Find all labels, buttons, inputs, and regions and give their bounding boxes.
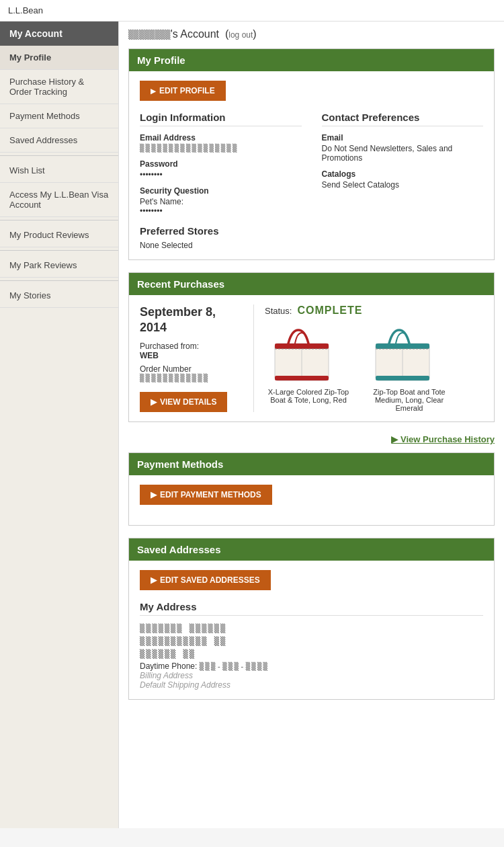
preferred-stores-title: Preferred Stores bbox=[140, 225, 302, 237]
profile-contact-col: Contact Preferences Email Do Not Send Ne… bbox=[322, 112, 484, 250]
product-name-1: X-Large Colored Zip-Top Boat & Tote, Lon… bbox=[265, 388, 352, 404]
saved-addresses-body: ▶ EDIT SAVED ADDRESSES My Address ▒▒▒▒▒▒… bbox=[129, 561, 494, 699]
brand-logo: L.L.Bean bbox=[8, 5, 43, 15]
profile-login-col: Login Information Email Address ▒▒▒▒▒▒▒▒… bbox=[140, 112, 302, 250]
preferred-stores: Preferred Stores None Selected bbox=[140, 225, 302, 250]
view-purchase-history-link[interactable]: ▶ View Purchase History bbox=[391, 434, 495, 444]
account-title: 's Account bbox=[171, 28, 219, 40]
security-question-value: Pet's Name: bbox=[140, 197, 302, 206]
phone-label: Daytime Phone: bbox=[140, 661, 197, 671]
sidebar-item-payment-methods[interactable]: Payment Methods bbox=[0, 104, 118, 128]
sidebar-item-park-reviews[interactable]: My Park Reviews bbox=[0, 253, 118, 278]
site-header: L.L.Bean bbox=[0, 0, 504, 22]
order-number-value: ▒▒▒▒▒▒▒▒▒▒▒▒ bbox=[140, 374, 243, 382]
login-info-title: Login Information bbox=[140, 112, 302, 126]
preferred-stores-value: None Selected bbox=[140, 241, 302, 250]
shipping-note: Default Shipping Address bbox=[140, 680, 483, 690]
email-label: Email Address bbox=[140, 133, 302, 143]
purchase-row: September 8, 2014 Purchased from: WEB Or… bbox=[140, 305, 483, 412]
address-phone: Daytime Phone: ▒▒▒-▒▒▒-▒▒▒▒ bbox=[140, 661, 483, 671]
payment-methods-header: Payment Methods bbox=[129, 453, 494, 475]
sidebar-item-saved-addresses[interactable]: Saved Addresses bbox=[0, 128, 118, 153]
product-image-teal-tote bbox=[366, 323, 439, 384]
security-answer-value: •••••••• bbox=[140, 206, 302, 216]
recent-purchases-body: September 8, 2014 Purchased from: WEB Or… bbox=[129, 295, 494, 421]
logout-link[interactable]: log out bbox=[228, 30, 253, 40]
password-value: •••••••• bbox=[140, 170, 302, 179]
address-line-3: ▒▒▒▒▒▒ ▒▒ bbox=[140, 648, 483, 661]
edit-saved-addresses-button[interactable]: ▶ EDIT SAVED ADDRESSES bbox=[140, 570, 271, 590]
svg-rect-7 bbox=[376, 376, 429, 380]
security-question-label: Security Question bbox=[140, 186, 302, 196]
main-content: ▒▒▒▒▒▒▒▒'s Account (log out) My Profile … bbox=[119, 22, 504, 828]
purchased-from-value: WEB bbox=[140, 351, 243, 360]
svg-rect-1 bbox=[275, 344, 329, 349]
edit-profile-label: EDIT PROFILE bbox=[159, 86, 215, 95]
my-profile-section: My Profile ▶ EDIT PROFILE Login Informat… bbox=[128, 48, 495, 260]
edit-payment-arrow-icon: ▶ bbox=[151, 490, 157, 499]
view-history-container: ▶ View Purchase History bbox=[128, 434, 495, 444]
saved-addresses-section: Saved Addresses ▶ EDIT SAVED ADDRESSES M… bbox=[128, 538, 495, 700]
payment-methods-body: ▶ EDIT PAYMENT METHODS bbox=[129, 475, 494, 525]
products-row: X-Large Colored Zip-Top Boat & Tote, Lon… bbox=[265, 323, 483, 412]
sidebar-item-my-profile[interactable]: My Profile bbox=[0, 46, 118, 70]
product-item-1: X-Large Colored Zip-Top Boat & Tote, Lon… bbox=[265, 323, 352, 412]
sidebar-item-product-reviews[interactable]: My Product Reviews bbox=[0, 223, 118, 247]
catalogs-label: Catalogs bbox=[322, 169, 484, 179]
edit-addresses-label: EDIT SAVED ADDRESSES bbox=[160, 575, 260, 585]
svg-rect-6 bbox=[376, 344, 429, 349]
address-line-1: ▒▒▒▒▒▒▒ ▒▒▒▒▒▒ bbox=[140, 622, 483, 635]
saved-addresses-header: Saved Addresses bbox=[129, 538, 494, 561]
order-number-label: Order Number bbox=[140, 364, 243, 374]
recent-purchases-section: Recent Purchases September 8, 2014 Purch… bbox=[128, 272, 495, 422]
email-pref-value: Do Not Send Newsletters, Sales and Promo… bbox=[322, 144, 484, 163]
edit-payment-methods-button[interactable]: ▶ EDIT PAYMENT METHODS bbox=[140, 485, 272, 505]
purchase-date-col: September 8, 2014 Purchased from: WEB Or… bbox=[140, 305, 254, 412]
purchase-date: September 8, 2014 bbox=[140, 305, 243, 336]
edit-addresses-arrow-icon: ▶ bbox=[151, 575, 157, 585]
phone-value: ▒▒▒-▒▒▒-▒▒▒▒ bbox=[200, 662, 269, 671]
sidebar: My Account My Profile Purchase History &… bbox=[0, 22, 119, 828]
email-pref-label: Email bbox=[322, 133, 484, 143]
recent-purchases-header: Recent Purchases bbox=[129, 273, 494, 295]
product-name-2: Zip-Top Boat and Tote Medium, Long, Clea… bbox=[366, 388, 453, 412]
my-profile-body: ▶ EDIT PROFILE Login Information Email A… bbox=[129, 71, 494, 259]
status-label: Status: bbox=[265, 306, 292, 316]
payment-methods-section: Payment Methods ▶ EDIT PAYMENT METHODS bbox=[128, 452, 495, 526]
my-address-title: My Address bbox=[140, 601, 483, 616]
view-details-button[interactable]: ▶ VIEW DETAILS bbox=[140, 392, 227, 412]
product-item-2: Zip-Top Boat and Tote Medium, Long, Clea… bbox=[366, 323, 453, 412]
email-value: ▒▒▒▒▒▒▒▒▒▒▒▒▒▒▒▒▒ bbox=[140, 144, 302, 153]
sidebar-item-wish-list[interactable]: Wish List bbox=[0, 159, 118, 183]
username-redacted: ▒▒▒▒▒▒▒▒ bbox=[128, 30, 171, 40]
status-value: COMPLETE bbox=[297, 305, 362, 317]
sidebar-heading: My Account bbox=[0, 22, 118, 46]
sidebar-item-stories[interactable]: My Stories bbox=[0, 284, 118, 308]
profile-grid: Login Information Email Address ▒▒▒▒▒▒▒▒… bbox=[140, 112, 483, 250]
svg-rect-2 bbox=[275, 376, 329, 380]
edit-profile-button[interactable]: ▶ EDIT PROFILE bbox=[140, 81, 226, 101]
product-image-red-tote bbox=[265, 323, 339, 384]
status-row: Status: COMPLETE bbox=[265, 305, 483, 317]
page-heading: ▒▒▒▒▒▒▒▒'s Account (log out) bbox=[128, 28, 495, 40]
purchase-details-col: Status: COMPLETE bbox=[254, 305, 483, 412]
view-details-label: VIEW DETAILS bbox=[160, 397, 216, 407]
edit-payment-label: EDIT PAYMENT METHODS bbox=[160, 490, 261, 499]
catalogs-value: Send Select Catalogs bbox=[322, 180, 484, 190]
sidebar-item-visa-account[interactable]: Access My L.L.Bean Visa Account bbox=[0, 183, 118, 217]
address-line-2: ▒▒▒▒▒▒▒▒▒▒▒ ▒▒ bbox=[140, 635, 483, 648]
view-details-arrow-icon: ▶ bbox=[151, 397, 157, 407]
contact-prefs-title: Contact Preferences bbox=[322, 112, 484, 126]
my-profile-header: My Profile bbox=[129, 49, 494, 71]
billing-note: Billing Address bbox=[140, 671, 483, 680]
edit-profile-arrow-icon: ▶ bbox=[151, 87, 156, 95]
password-label: Password bbox=[140, 159, 302, 169]
purchased-from-label: Purchased from: bbox=[140, 341, 243, 351]
sidebar-item-purchase-history[interactable]: Purchase History & Order Tracking bbox=[0, 70, 118, 104]
